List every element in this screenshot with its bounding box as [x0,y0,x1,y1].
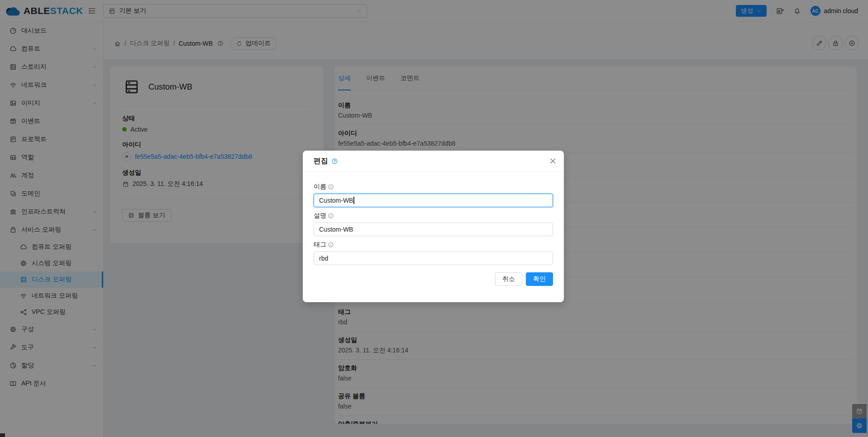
info-circle-icon [328,242,334,248]
form-field: 이름 Custom-WB [314,183,553,207]
edit-modal: 편집 × 이름 Custom-WB 설명 Custom-WB 태그 rbd 취소… [303,151,564,302]
field-label-row: 태그 [314,241,553,249]
close-icon[interactable]: × [549,155,557,166]
modal-header: 편집 × [303,151,564,172]
info-circle-icon [328,184,334,190]
설명-input[interactable]: Custom-WB [314,223,553,236]
question-circle-icon[interactable] [331,158,338,165]
태그-input[interactable]: rbd [314,252,553,265]
ok-button[interactable]: 확인 [526,272,553,286]
text-caret [353,197,354,204]
modal-body: 이름 Custom-WB 설명 Custom-WB 태그 rbd 취소 확인 [303,172,564,286]
form-field: 설명 Custom-WB [314,212,553,236]
cancel-button[interactable]: 취소 [495,272,522,286]
form-field: 태그 rbd [314,241,553,265]
field-label-row: 설명 [314,212,553,220]
이름-input[interactable]: Custom-WB [314,194,553,207]
field-label-row: 이름 [314,183,553,191]
info-circle-icon [328,213,334,219]
modal-title: 편집 [314,157,328,166]
modal-footer: 취소 확인 [314,272,553,286]
